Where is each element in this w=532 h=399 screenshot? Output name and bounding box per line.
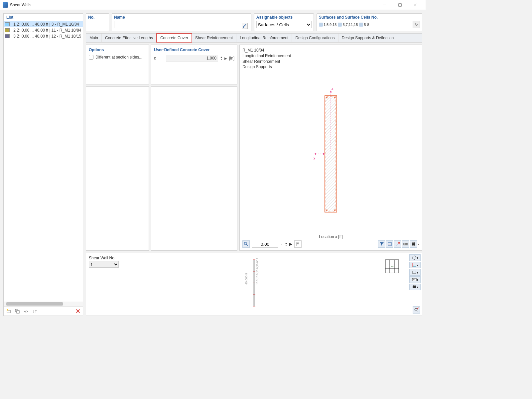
flag-button[interactable] [294, 240, 302, 248]
svg-rect-12 [325, 96, 337, 212]
checkbox-label: Different at section sides... [95, 55, 142, 60]
list-row[interactable]: 3Z: 0.00 ... 40.00 ft | 12 - R_M1 10/15 [4, 33, 83, 39]
svg-text:100: 100 [404, 243, 407, 245]
list-row[interactable]: 1Z: 0.00 ... 40.00 ft | 3 - R_M1 10/84 [4, 21, 83, 27]
svg-rect-1 [399, 4, 401, 6]
tab-main[interactable]: Main [86, 34, 102, 42]
surfaces-label: Surfaces and Surface Cells No. [319, 15, 420, 20]
list-panel: List 1Z: 0.00 ... 40.00 ft | 3 - R_M1 10… [3, 13, 83, 316]
tab-design-supports-deflection[interactable]: Design Supports & Deflection [338, 34, 398, 42]
display-button[interactable]: ▾ [409, 269, 421, 276]
row-num: 3 [11, 34, 16, 39]
c-spinner[interactable]: ▲▼ [220, 56, 222, 61]
list-toolbar: ✕ [4, 306, 83, 316]
checkbox-icon [89, 55, 93, 60]
name-input[interactable] [114, 21, 249, 28]
assignable-select[interactable]: Surfaces / Cells [256, 21, 312, 28]
tab-concrete-effective-lengths[interactable]: Concrete Effective Lengths [102, 34, 157, 42]
svg-rect-31 [413, 245, 415, 246]
maximize-button[interactable] [392, 0, 408, 10]
svg-point-53 [415, 308, 417, 311]
tab-concrete-cover[interactable]: Concrete Cover [156, 33, 192, 43]
tab-longitudinal-reinforcement[interactable]: Longitudinal Reinforcement [236, 34, 292, 42]
svg-line-54 [417, 311, 418, 312]
print-button[interactable] [410, 240, 417, 248]
name-card: Name [112, 13, 251, 31]
filter-button[interactable] [378, 240, 385, 248]
check-button[interactable] [22, 308, 30, 315]
name-label: Name [114, 15, 249, 20]
svg-marker-19 [314, 153, 316, 155]
row-num: 1 [11, 22, 16, 27]
cover-header: User-Defined Concrete Cover [154, 48, 234, 52]
list-h-scrollbar[interactable] [4, 302, 83, 306]
list-row[interactable]: 2Z: 0.00 ... 40.00 ft | 11 - R_M1 10/84 [4, 27, 83, 33]
view-tools: ▾ ▾ ▾ 10 ▾ ▾ [409, 254, 421, 290]
pick-surfaces-button[interactable] [413, 21, 420, 28]
c-label: c [154, 56, 164, 61]
print-dropdown-icon[interactable]: ▾ [418, 243, 419, 246]
reset-zoom-button[interactable] [413, 306, 420, 314]
axes-button[interactable]: ▾ [409, 262, 421, 268]
bottom-panel: Shear Wall No. 1 40.000 ft 10.0(10.0(10.… [86, 253, 422, 316]
scale-view-button[interactable]: 10 ▾ [409, 276, 421, 283]
svg-text:y: y [314, 156, 316, 160]
svg-marker-10 [330, 90, 332, 92]
c-arrow[interactable]: ▶ [224, 57, 227, 60]
sort-button[interactable] [31, 308, 38, 315]
surf-group[interactable]: 5-8 [359, 23, 369, 27]
app-icon [3, 2, 8, 8]
svg-point-5 [7, 309, 8, 311]
shear-wall-no-select[interactable]: 1 [89, 261, 119, 268]
svg-rect-7 [17, 311, 19, 313]
empty-panel [151, 86, 237, 251]
no-card: No. [86, 13, 109, 31]
list-body[interactable]: 1Z: 0.00 ... 40.00 ft | 3 - R_M1 10/842Z… [4, 21, 83, 302]
delete-button[interactable]: ✕ [74, 308, 81, 315]
elevation-diagram[interactable]: 40.000 ft 10.0(10.0(10.0(10.00 ft [244, 256, 264, 311]
tab-shear-reinforcement[interactable]: Shear Reinforcement [192, 34, 236, 42]
copy-item-button[interactable] [14, 308, 21, 315]
location-input[interactable] [252, 241, 278, 248]
surf-group[interactable]: 3,7,11,15 [338, 23, 358, 27]
iso-view-button[interactable]: ▾ [409, 254, 421, 261]
different-sides-checkbox[interactable]: Different at section sides... [89, 55, 146, 60]
options-panel: Options Different at section sides... [86, 45, 149, 84]
surf-group[interactable]: 1,5,9,13 [319, 23, 337, 27]
print-view-button[interactable]: ▾ [409, 284, 421, 290]
options-header: Options [89, 48, 146, 52]
row-text: Z: 0.00 ... 40.00 ft | 12 - R_M1 10/15 [17, 34, 81, 39]
svg-point-17 [334, 209, 335, 211]
location-label: Location x [ft] [242, 234, 419, 239]
c-value[interactable]: 1.000 [166, 55, 218, 62]
color-swatch [5, 22, 10, 26]
info-lines: R_M1 10/84 Longitudinal Reinforcement Sh… [242, 48, 419, 70]
location-arrow[interactable]: ▶ [289, 242, 292, 246]
c-unit: [in] [229, 56, 234, 61]
location-tool-button[interactable] [242, 240, 250, 248]
location-dropdown-icon[interactable]: ⌄ [280, 242, 283, 246]
edit-name-icon[interactable] [242, 23, 248, 29]
tab-design-configurations[interactable]: Design Configurations [292, 34, 338, 42]
svg-text:+y: +y [391, 265, 394, 268]
close-button[interactable] [408, 0, 423, 10]
svg-rect-48 [413, 271, 416, 274]
svg-rect-22 [244, 242, 246, 244]
svg-line-55 [417, 308, 419, 309]
svg-text:10.0(10.0(10.0(10.00 ft: 10.0(10.0(10.0(10.00 ft [256, 257, 259, 285]
dimension-button[interactable]: 1 [394, 240, 401, 248]
surface-icon [359, 23, 363, 27]
scale-button[interactable]: 100 [402, 240, 409, 248]
minimize-button[interactable] [377, 0, 392, 10]
new-item-button[interactable] [5, 308, 12, 315]
view-button[interactable] [386, 240, 393, 248]
titlebar: Shear Walls [0, 0, 426, 10]
svg-rect-30 [413, 242, 415, 243]
view-cube[interactable]: +y [382, 256, 402, 277]
svg-point-14 [326, 97, 328, 98]
row-text: Z: 0.00 ... 40.00 ft | 11 - R_M1 10/84 [17, 28, 81, 33]
section-diagram[interactable]: z y [242, 70, 419, 234]
svg-rect-4 [7, 310, 10, 313]
cover-panel: User-Defined Concrete Cover c 1.000 ▲▼ ▶… [151, 45, 237, 84]
location-spinner[interactable]: ▲▼ [285, 242, 287, 246]
